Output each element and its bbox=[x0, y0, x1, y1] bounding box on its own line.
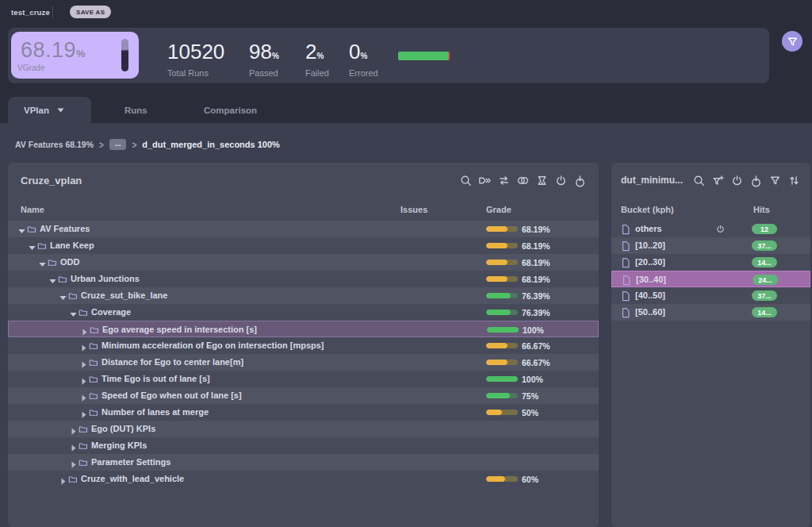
tree-row-label: Minimum acceleration of Ego on intersect… bbox=[102, 340, 324, 350]
expand-caret-open[interactable] bbox=[38, 258, 47, 267]
tree-row[interactable]: Speed of Ego when out of lane [s]75% bbox=[8, 387, 599, 404]
expand-caret-closed[interactable] bbox=[79, 341, 88, 350]
expand-caret-closed[interactable] bbox=[69, 458, 78, 467]
expand-caret-open[interactable] bbox=[69, 308, 78, 317]
grade-bar bbox=[486, 226, 518, 232]
bucket-row[interactable]: [20..30]14... bbox=[611, 254, 810, 271]
tree-row[interactable]: Distance for Ego to center lane[m]66.67% bbox=[8, 354, 599, 371]
doc-icon bbox=[621, 307, 630, 318]
expand-caret-closed[interactable] bbox=[79, 358, 88, 367]
document-icon bbox=[621, 257, 630, 267]
bucket-list: others12[10..20]37...[20..30]14...[30..4… bbox=[611, 221, 810, 321]
bucket-row[interactable]: [40..50]37... bbox=[611, 287, 810, 304]
tree-row[interactable]: AV Features68.19% bbox=[8, 221, 599, 237]
expand-caret-open[interactable] bbox=[48, 275, 57, 283]
expand-caret-closed[interactable] bbox=[80, 325, 89, 334]
column-header-grade[interactable]: Grade bbox=[486, 205, 511, 214]
download-icon bbox=[749, 174, 763, 187]
breadcrumb-ellipsis-button[interactable]: ... bbox=[109, 139, 127, 150]
tree-row[interactable]: Merging KPIs bbox=[8, 437, 599, 454]
tree-row-label: Urban Junctions bbox=[71, 274, 140, 283]
tree-row[interactable]: Parameter Settings bbox=[8, 454, 599, 471]
folder-icon bbox=[89, 340, 99, 351]
visibility-button[interactable] bbox=[516, 174, 530, 187]
sort-button[interactable] bbox=[787, 174, 801, 187]
filter-star-button[interactable] bbox=[535, 174, 549, 187]
caret-down-icon bbox=[48, 277, 57, 286]
tree-row[interactable]: Time Ego is out of lane [s]100% bbox=[8, 371, 599, 387]
expand-caret-closed[interactable] bbox=[79, 408, 88, 417]
grade-bar-fill bbox=[486, 310, 511, 315]
grade-value: 76.39% bbox=[522, 308, 550, 317]
grade-bar-rest bbox=[510, 393, 518, 398]
tree-row[interactable]: Lane Keep68.19% bbox=[8, 237, 599, 254]
grade-bar-fill bbox=[486, 393, 510, 398]
expand-caret-open[interactable] bbox=[28, 241, 36, 250]
tag-arrows-button[interactable] bbox=[478, 174, 492, 187]
content-area: AV Features 68.19% > ... > d_dut_merged_… bbox=[0, 123, 812, 527]
tab-vplan[interactable]: VPlan bbox=[8, 97, 91, 123]
bucket-row[interactable]: [50..60]14... bbox=[611, 304, 810, 321]
bucket-panel-title: dut_minimu... bbox=[621, 175, 683, 186]
hits-badge: 37... bbox=[752, 290, 777, 301]
expand-caret-open[interactable] bbox=[17, 225, 26, 233]
search-button[interactable] bbox=[459, 174, 473, 187]
bucket-row[interactable]: [10..20]37... bbox=[611, 237, 810, 254]
download-button[interactable] bbox=[749, 174, 763, 187]
grade-bar-rest bbox=[508, 243, 518, 248]
expand-caret-closed[interactable] bbox=[79, 391, 88, 400]
folder-icon bbox=[90, 325, 100, 336]
tree-row[interactable]: Coverage76.39% bbox=[8, 304, 599, 321]
tree-row[interactable]: Urban Junctions68.19% bbox=[8, 271, 599, 287]
folder-icon bbox=[89, 408, 99, 418]
tree-row[interactable]: Minimum acceleration of Ego on intersect… bbox=[8, 337, 599, 354]
grade-bar bbox=[486, 243, 518, 248]
stat-errored: 0% Errored bbox=[349, 41, 378, 78]
expand-caret-closed[interactable] bbox=[69, 441, 78, 450]
app-root: test_cruze SAVE AS 68.19% VGrade 10520 T… bbox=[0, 0, 812, 527]
grade-value: 100% bbox=[522, 375, 543, 384]
save-as-button[interactable]: SAVE AS bbox=[70, 6, 111, 18]
column-header-bucket[interactable]: Bucket (kph) bbox=[621, 205, 674, 214]
tab-comparison[interactable]: Comparison bbox=[204, 97, 257, 123]
folder-icon bbox=[89, 374, 99, 384]
caret-right-icon bbox=[79, 410, 88, 419]
expand-caret-closed[interactable] bbox=[69, 425, 78, 433]
expand-caret-open[interactable] bbox=[59, 291, 67, 300]
tree-row[interactable]: Cruze_sut_bike_lane76.39% bbox=[8, 287, 599, 304]
column-header-name[interactable]: Name bbox=[21, 205, 44, 214]
filter-plus-button[interactable] bbox=[711, 174, 725, 187]
grade-value: 68.19% bbox=[522, 258, 550, 267]
hits-badge: 12 bbox=[752, 224, 777, 234]
tree-row[interactable]: ODD68.19% bbox=[8, 254, 599, 271]
breadcrumb-item-av-features[interactable]: AV Features 68.19% bbox=[15, 140, 94, 149]
vgrade-card[interactable]: 68.19% VGrade bbox=[11, 32, 139, 79]
history-button[interactable] bbox=[554, 174, 568, 187]
filter-fab-button[interactable] bbox=[782, 31, 802, 52]
document-icon bbox=[621, 307, 630, 317]
swap-horizontal-button[interactable] bbox=[497, 174, 511, 187]
expand-caret-closed[interactable] bbox=[79, 375, 88, 383]
funnel-button[interactable] bbox=[768, 174, 782, 187]
grade-bar-fill bbox=[486, 410, 502, 415]
progress-passed-segment bbox=[398, 52, 448, 60]
tree-row[interactable]: Ego average speed in intersection [s]100… bbox=[8, 321, 599, 337]
tree-row[interactable]: Number of lanes at merge50% bbox=[8, 404, 599, 421]
search-button[interactable] bbox=[692, 174, 706, 187]
grade-bar bbox=[486, 293, 518, 298]
tree-row[interactable]: Ego (DUT) KPIs bbox=[8, 421, 599, 437]
bucket-row[interactable]: others12 bbox=[611, 221, 810, 237]
tab-runs[interactable]: Runs bbox=[124, 97, 147, 123]
tree-row-label: AV Features bbox=[40, 224, 90, 233]
expand-caret-closed[interactable] bbox=[59, 475, 67, 483]
grade-bar-fill bbox=[486, 476, 505, 482]
history-icon[interactable] bbox=[715, 223, 726, 234]
stat-passed: 98% Passed bbox=[249, 41, 279, 78]
tree-row[interactable]: Cruze_with_lead_vehicle60% bbox=[8, 471, 599, 487]
bucket-row[interactable]: [30..40]24... bbox=[611, 271, 810, 287]
column-header-issues[interactable]: Issues bbox=[400, 205, 427, 214]
download-button[interactable] bbox=[573, 174, 587, 187]
column-header-hits[interactable]: Hits bbox=[753, 205, 770, 214]
history-button[interactable] bbox=[730, 174, 744, 187]
caret-right-icon bbox=[79, 360, 88, 369]
